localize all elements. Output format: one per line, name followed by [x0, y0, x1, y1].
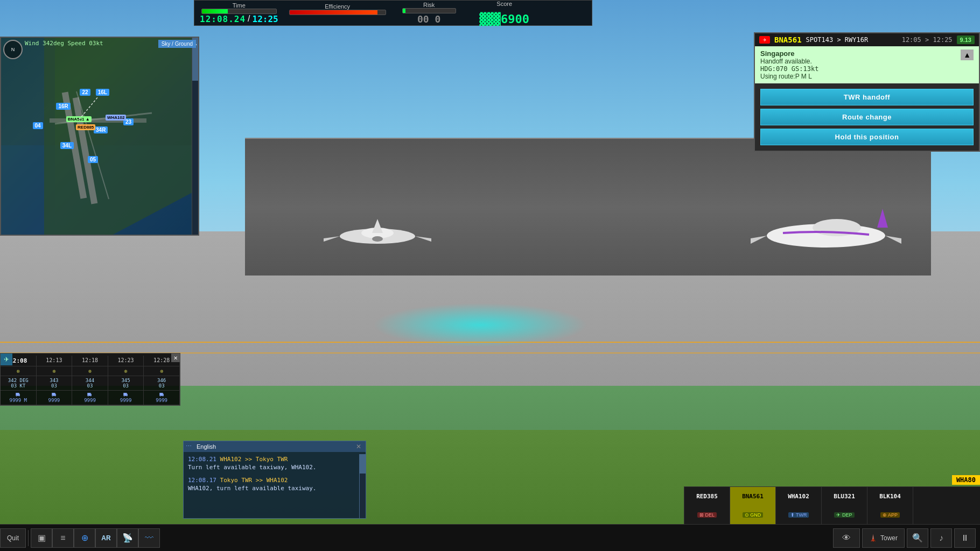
aircraft-route-info: Using route:P M L: [760, 73, 818, 80]
toolbar-pause-btn[interactable]: ⏸: [954, 528, 976, 548]
strip-type-blk104[interactable]: ⊕ APP: [867, 506, 913, 525]
comms-entry-0: 12:08.21 WHA102 >> Tokyo TWR Turn left a…: [188, 455, 361, 472]
svg-point-5: [372, 236, 383, 242]
weather-vis-4: ⛟9999: [144, 391, 180, 405]
strip-type-label-bna561: ⊙ GND: [743, 512, 764, 518]
weather-time-1: 12:13: [37, 356, 73, 366]
comms-close-btn[interactable]: ✕: [356, 443, 361, 450]
toolbar-list-btn[interactable]: ≡: [52, 528, 74, 548]
comms-header: ⋯ English ✕: [184, 441, 366, 452]
weather-wind-2: 34403: [72, 376, 108, 390]
runway-label-16L: 16L: [96, 89, 109, 96]
efficiency-bar: [289, 10, 386, 15]
aircraft-airport: Singapore: [760, 50, 818, 58]
svg-marker-4: [372, 219, 383, 233]
hud-time-section: Time 12:08.24 / 12:25: [200, 2, 278, 24]
svg-marker-8: [751, 236, 767, 244]
toolbar-route-btn[interactable]: ⊕: [74, 528, 95, 548]
comms-resize-icon[interactable]: ⋯: [184, 441, 193, 451]
strip-callsign-bna561: BNA561: [742, 493, 764, 500]
strip-blk104[interactable]: BLK104: [867, 487, 913, 506]
comms-log-body: 12:08.21 WHA102 >> Tokyo TWR Turn left a…: [184, 452, 366, 511]
taxiway-line-1: [0, 342, 980, 343]
strip-type-red385[interactable]: ⊠ DEL: [684, 506, 730, 525]
strip-type-wha102[interactable]: ⬆ TWR: [776, 506, 822, 525]
comms-scrollbar[interactable]: [359, 454, 366, 518]
weather-icon-3: ❊: [108, 366, 144, 376]
map-mode-controls: ✕ Sky / Ground: [158, 40, 196, 48]
runway-label-16R: 16R: [56, 103, 70, 110]
weather-wind-0: 342 DEG03 KT: [1, 376, 37, 390]
strips-callsign-row: RED385 BNA561 WHA102 BLU321 BLK104: [684, 487, 980, 506]
efficiency-label: Efficiency: [325, 3, 350, 10]
toolbar-window-btn[interactable]: ▣: [31, 528, 52, 548]
tower-label: Tower: [880, 534, 898, 542]
map-aircraft-bna561[interactable]: BNA561 ▲: [66, 116, 92, 122]
time-bar: [201, 9, 277, 14]
strip-callsign-red385: RED385: [696, 493, 718, 500]
strip-type-bna561[interactable]: ⊙ GND: [730, 506, 776, 525]
comms-text-0: Turn left available taxiway, WHA102.: [188, 464, 316, 471]
runway-label-04: 04: [33, 122, 43, 129]
toolbar-camera-btn[interactable]: 👁: [833, 528, 860, 548]
toolbar-wave-btn[interactable]: 〰: [138, 528, 160, 548]
aircraft-info-area: Singapore Handoff available. HDG:070 GS:…: [755, 46, 979, 83]
route-change-btn[interactable]: Route change: [760, 109, 974, 125]
svg-marker-9: [885, 236, 901, 244]
strip-bna561[interactable]: BNA561: [730, 487, 776, 506]
efficiency-bar-fill: [290, 10, 378, 15]
risk-bar: [402, 8, 456, 13]
time-bar-fill: [202, 9, 228, 13]
toolbar-search-btn[interactable]: 🔍: [907, 528, 928, 548]
comms-scroll-thumb[interactable]: [360, 454, 366, 474]
svg-marker-2: [324, 236, 340, 242]
toolbar-ar-btn[interactable]: AR: [95, 528, 117, 548]
sky-ground-btn[interactable]: Sky / Ground: [158, 40, 196, 48]
secondary-aircraft: [751, 193, 901, 257]
aircraft-callsign[interactable]: BNA561: [774, 36, 802, 44]
toolbar-right-section: 👁 🗼 Tower 🔍 ♪ ⏸: [833, 528, 980, 548]
weather-icon-0: ❊: [1, 366, 37, 376]
risk-bar-fill: [403, 9, 405, 13]
tower-view-btn[interactable]: 🗼 Tower: [862, 528, 905, 548]
aircraft-route: SPOT143 > RWY16R: [806, 36, 869, 44]
wha80-badge[interactable]: WHA80: [952, 475, 980, 485]
quit-btn[interactable]: Quit: [0, 528, 26, 548]
hold-position-btn[interactable]: Hold this position: [760, 129, 974, 145]
tower-icon: 🗼: [869, 534, 877, 542]
weather-close-icon[interactable]: ✕: [171, 354, 180, 362]
toolbar-music-btn[interactable]: ♪: [930, 528, 952, 548]
map-scroll-thumb[interactable]: [192, 48, 198, 81]
runway-label-05: 05: [88, 156, 98, 163]
strip-wha102[interactable]: WHA102: [776, 487, 822, 506]
info-scroll-btn[interactable]: ▲: [961, 50, 974, 60]
weather-time-row: 12:08 12:13 12:18 12:23 12:28: [1, 354, 180, 366]
strip-type-blu321[interactable]: ✈ DEP: [822, 506, 867, 525]
strip-type-label-red385: ⊠ DEL: [697, 512, 717, 518]
comms-time-1: 12:08.17: [188, 477, 220, 484]
map-aircraft-wha102[interactable]: WHA102: [106, 115, 126, 121]
aircraft-score: 9.13: [957, 36, 975, 44]
aircraft-header: ✈ BNA561 SPOT143 > RWY16R 12:05 > 12:25 …: [755, 33, 979, 46]
radar-map-panel[interactable]: Wind 342deg Speed 03kt N ✕ Sky / Ground …: [0, 37, 199, 236]
weather-wind-3: 34503: [108, 376, 144, 390]
bottom-toolbar: Quit ▣ ≡ ⊕ AR 📡 〰 👁 🗼 Tower 🔍 ♪ ⏸: [0, 524, 980, 551]
weather-vis-3: ⛟9999: [108, 391, 144, 405]
strip-blu321[interactable]: BLU321: [822, 487, 867, 506]
map-aircraft-red885[interactable]: RED885: [76, 124, 95, 130]
map-scrollbar[interactable]: ▲: [192, 38, 198, 235]
strips-type-row: ⊠ DEL ⊙ GND ⬆ TWR ✈ DEP ⊕ APP: [684, 506, 980, 525]
weather-wind-row: 342 DEG03 KT 34303 34403 34503 34603: [1, 376, 180, 391]
weather-close[interactable]: ✕: [171, 354, 180, 362]
strip-callsign-wha102: WHA102: [788, 493, 809, 500]
twr-handoff-btn[interactable]: TWR handoff: [760, 89, 974, 105]
toolbar-radio-btn[interactable]: 📡: [117, 528, 138, 548]
comms-language: English: [197, 443, 216, 450]
aircraft-strips-panel: WHA80 RED385 BNA561 WHA102 BLU321 BLK104…: [684, 486, 980, 524]
strip-type-label-blu321: ✈ DEP: [834, 512, 854, 518]
aircraft-type-icon: ✈: [759, 36, 770, 44]
strip-red385[interactable]: RED385: [684, 487, 730, 506]
svg-marker-10: [877, 209, 888, 228]
score-display: ▓▓▓6900: [479, 12, 529, 26]
hud-risk-section: Risk 00 0: [397, 2, 461, 25]
